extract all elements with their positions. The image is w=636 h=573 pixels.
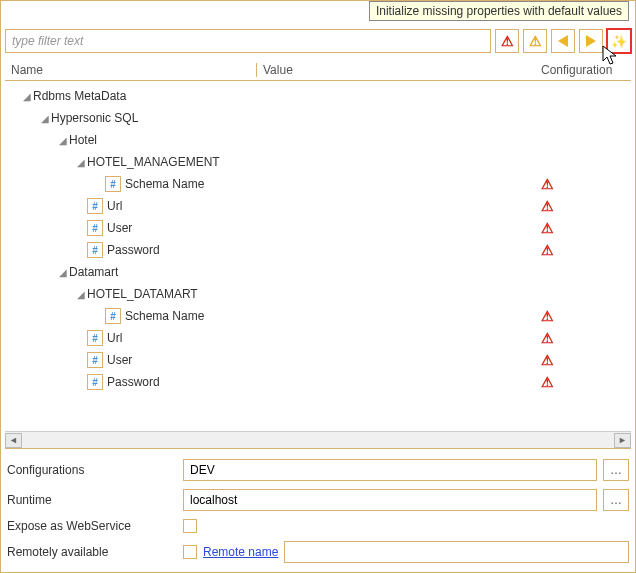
- chevron-down-icon[interactable]: ◢: [57, 267, 69, 278]
- tree-row[interactable]: #User: [5, 217, 631, 239]
- chevron-down-icon[interactable]: ◢: [21, 91, 33, 102]
- config-cell: [537, 374, 631, 390]
- warning-red-icon: [541, 330, 554, 346]
- arrow-left-icon: [558, 35, 568, 47]
- tree-row[interactable]: #Password: [5, 371, 631, 393]
- runtime-label: Runtime: [7, 493, 177, 507]
- configurations-browse-button[interactable]: …: [603, 459, 629, 481]
- tree-label: Url: [107, 331, 122, 345]
- remote-name-link[interactable]: Remote name: [203, 545, 278, 559]
- form-area: Configurations … Runtime … Expose as Web…: [5, 459, 631, 563]
- tree-row[interactable]: #Schema Name: [5, 173, 631, 195]
- tooltip-init-defaults: Initialize missing properties with defau…: [369, 1, 629, 21]
- expose-checkbox[interactable]: [183, 519, 197, 533]
- filter-input[interactable]: [5, 29, 491, 53]
- warning-red-icon: [501, 33, 514, 49]
- toolbar: ✨: [5, 29, 631, 53]
- table-header: Name Value Configuration: [5, 59, 631, 81]
- tree-label: Hotel: [69, 133, 97, 147]
- header-name[interactable]: Name: [5, 63, 257, 77]
- property-icon: #: [87, 330, 103, 346]
- warning-red-icon: [541, 242, 554, 258]
- config-cell: [537, 308, 631, 324]
- configurations-input[interactable]: [183, 459, 597, 481]
- configurations-label: Configurations: [7, 463, 177, 477]
- runtime-input[interactable]: [183, 489, 597, 511]
- warning-red-icon: [541, 374, 554, 390]
- tree-label: Password: [107, 243, 160, 257]
- runtime-browse-button[interactable]: …: [603, 489, 629, 511]
- tree-row[interactable]: ◢HOTEL_MANAGEMENT: [5, 151, 631, 173]
- warning-red-icon: [541, 352, 554, 368]
- properties-table: Name Value Configuration ◢Rdbms MetaData…: [5, 59, 631, 449]
- warning-yellow-icon: [529, 33, 542, 49]
- nav-back-button[interactable]: [551, 29, 575, 53]
- tree-row[interactable]: ◢Datamart: [5, 261, 631, 283]
- tree-row[interactable]: #Password: [5, 239, 631, 261]
- config-cell: [537, 176, 631, 192]
- config-cell: [537, 198, 631, 214]
- warning-red-icon: [541, 198, 554, 214]
- tree-label: Datamart: [69, 265, 118, 279]
- property-icon: #: [87, 198, 103, 214]
- tree-label: HOTEL_DATAMART: [87, 287, 198, 301]
- tree-label: Url: [107, 199, 122, 213]
- warning-red-icon: [541, 176, 554, 192]
- tree-label: Password: [107, 375, 160, 389]
- nav-forward-button[interactable]: [579, 29, 603, 53]
- tree-row[interactable]: ◢Rdbms MetaData: [5, 85, 631, 107]
- tree-row[interactable]: ◢HOTEL_DATAMART: [5, 283, 631, 305]
- tree-label: User: [107, 221, 132, 235]
- wand-icon: ✨: [611, 34, 627, 49]
- tree-label: Schema Name: [125, 177, 204, 191]
- property-icon: #: [87, 220, 103, 236]
- tree-row[interactable]: #Schema Name: [5, 305, 631, 327]
- remote-available-label: Remotely available: [7, 545, 177, 559]
- property-icon: #: [105, 308, 121, 324]
- property-icon: #: [105, 176, 121, 192]
- horizontal-scrollbar[interactable]: ◄ ►: [5, 431, 631, 448]
- property-icon: #: [87, 242, 103, 258]
- tree-row[interactable]: #Url: [5, 195, 631, 217]
- config-cell: [537, 220, 631, 236]
- property-icon: #: [87, 352, 103, 368]
- remote-name-input[interactable]: [284, 541, 629, 563]
- scroll-right-button[interactable]: ►: [614, 433, 631, 448]
- header-config[interactable]: Configuration: [537, 63, 631, 77]
- config-cell: [537, 242, 631, 258]
- scroll-left-button[interactable]: ◄: [5, 433, 22, 448]
- property-icon: #: [87, 374, 103, 390]
- chevron-down-icon[interactable]: ◢: [75, 157, 87, 168]
- arrow-right-icon: [586, 35, 596, 47]
- tree-label: User: [107, 353, 132, 367]
- tree-row[interactable]: #Url: [5, 327, 631, 349]
- tree-row[interactable]: ◢Hotel: [5, 129, 631, 151]
- warning-red-icon: [541, 220, 554, 236]
- tree-label: HOTEL_MANAGEMENT: [87, 155, 220, 169]
- chevron-down-icon[interactable]: ◢: [39, 113, 51, 124]
- chevron-down-icon[interactable]: ◢: [57, 135, 69, 146]
- tree-label: Schema Name: [125, 309, 204, 323]
- remote-available-checkbox[interactable]: [183, 545, 197, 559]
- tree-body: ◢Rdbms MetaData◢Hypersonic SQL◢Hotel◢HOT…: [5, 81, 631, 431]
- expose-label: Expose as WebService: [7, 519, 177, 533]
- error-filter-button[interactable]: [495, 29, 519, 53]
- tree-row[interactable]: #User: [5, 349, 631, 371]
- init-defaults-button[interactable]: ✨: [607, 29, 631, 53]
- header-value[interactable]: Value: [257, 63, 537, 77]
- chevron-down-icon[interactable]: ◢: [75, 289, 87, 300]
- warning-red-icon: [541, 308, 554, 324]
- warning-filter-button[interactable]: [523, 29, 547, 53]
- tree-label: Hypersonic SQL: [51, 111, 138, 125]
- tree-label: Rdbms MetaData: [33, 89, 126, 103]
- config-cell: [537, 330, 631, 346]
- tree-row[interactable]: ◢Hypersonic SQL: [5, 107, 631, 129]
- config-cell: [537, 352, 631, 368]
